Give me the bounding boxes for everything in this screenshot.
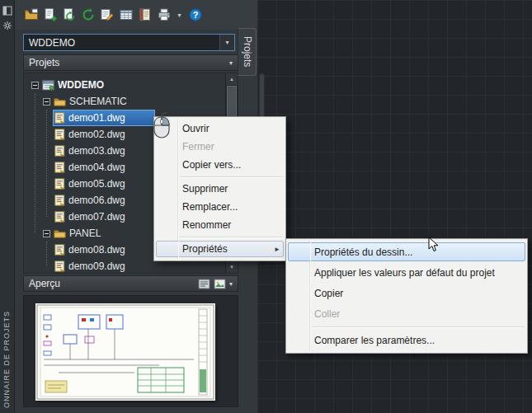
menu-item-copier-vers[interactable]: Copier vers... [154,156,285,174]
menu-item-comparer-les-parametres[interactable]: Comparer les paramètres... [286,330,527,350]
menu-item-label: Coller [314,308,340,320]
menu-item-label: Renommer [182,219,231,231]
tree-item-label: WDDEMO [58,79,104,91]
tree-item-label: demo03.dwg [68,145,125,157]
preview-section-header[interactable]: Aperçu ▾ [23,275,238,292]
tree-item-label: demo06.dwg [68,195,125,206]
preview-pane [23,295,238,407]
menu-item-proprietes[interactable]: Propriétés► [154,240,285,258]
palette-properties-icon[interactable] [2,19,12,29]
plot-icon[interactable] [155,7,172,24]
drawing-icon [54,195,65,206]
project-icon [42,80,54,91]
tree-item-label: demo05.dwg [68,178,125,190]
menu-item-label: Propriétés du dessin... [314,246,412,258]
scroll-up-icon[interactable]: ▲ [226,73,238,85]
drawing-icon [54,178,65,190]
preview-collapse-chevron-icon[interactable]: ▾ [229,280,233,288]
tree-item-label: demo04.dwg [68,162,125,173]
drawing-icon [54,162,65,173]
menu-separator [180,176,283,177]
project-combobox-value: WDDEMO [24,37,219,49]
drawing-icon [54,244,65,256]
update-project-icon[interactable] [79,7,97,24]
tree-item-schematic[interactable]: SCHEMATIC [25,93,224,110]
menu-item-label: Fermer [182,141,214,153]
scroll-down-icon[interactable]: ▼ [226,261,238,273]
properties-submenu: Propriétés du dessin...Appliquer les val… [285,238,528,354]
tree-item-label: SCHEMATIC [69,96,127,107]
menu-item-label: Copier vers... [182,159,241,171]
drawing-list-icon[interactable] [117,7,134,24]
drawing-icon [54,145,65,157]
canvas-scrollbar[interactable] [259,73,265,118]
drawing-icon [54,211,65,223]
menu-item-remplacer[interactable]: Remplacer... [154,198,285,216]
menu-item-label: Copier [314,288,343,299]
toolbar-overflow-icon[interactable]: ▾ [174,12,185,19]
refresh-drawing-icon[interactable] [60,7,78,24]
palette-tab-projets[interactable]: Projets [238,28,257,76]
tree-item-label: PANEL [69,228,101,239]
folder-icon [54,228,66,238]
tree-item-wddemo[interactable]: WDDEMO [25,77,224,93]
menu-separator [312,326,525,327]
menu-item-label: Appliquer les valeurs par défaut du proj… [314,267,495,279]
submenu-arrow-icon: ► [274,246,280,253]
menu-item-appliquer-les-valeurs-par-defaut-du-projet[interactable]: Appliquer les valeurs par défaut du proj… [286,262,527,283]
new-drawing-icon[interactable] [41,7,59,24]
project-manager-icon[interactable] [22,7,40,24]
palette-title-bar: ONNAIRE DE PROJETS [0,0,15,413]
projects-section-header[interactable]: Projets ▾ [23,54,238,71]
menu-item-coller: Coller [286,303,527,324]
mouse-icon [149,111,174,143]
menu-item-proprietes-du-dessin[interactable]: Propriétés du dessin... [286,242,527,262]
menu-separator [180,237,283,237]
tree-expand-toggle[interactable] [31,82,39,89]
cursor-arrow-icon [428,237,440,256]
menu-item-label: Comparer les paramètres... [314,335,435,346]
preview-section-label: Aperçu [29,278,60,289]
tree-expand-toggle[interactable] [43,230,50,237]
help-icon[interactable]: ? [186,7,204,24]
combobox-dropdown-icon[interactable]: ▾ [219,35,234,50]
autocad-project-manager-window: ONNAIRE DE PROJETS ▾? WDDEMO ▾ Projets ▾… [0,0,532,413]
preview-image-icon[interactable] [214,279,226,289]
menu-item-label: Remplacer... [182,201,238,213]
tree-item-label: demo09.dwg [68,260,125,272]
tree-item-label: demo02.dwg [68,129,125,140]
tree-item-label: demo01.dwg [68,112,125,124]
project-toolbar: ▾? [15,0,257,30]
palette-vertical-title: ONNAIRE DE PROJETS [2,311,11,408]
tree-item-label: demo07.dwg [68,211,125,223]
menu-item-label: Ouvrir [182,123,210,134]
menu-item-renommer[interactable]: Renommer [154,216,285,234]
menu-item-supprimer[interactable]: Supprimer [154,180,285,198]
tree-item-label: demo08.dwg [68,244,125,256]
drawing-icon [54,112,65,124]
svg-text:?: ? [192,10,198,20]
menu-item-label: Propriétés [182,243,228,255]
project-combobox[interactable]: WDDEMO ▾ [23,34,235,51]
tree-expand-toggle[interactable] [43,98,50,106]
catalog-icon[interactable] [136,7,153,24]
preview-details-icon[interactable] [198,279,210,289]
autohide-icon[interactable] [2,4,12,14]
drawing-icon [54,260,65,272]
projects-collapse-chevron-icon[interactable]: ▾ [229,59,233,67]
drawing-icon [54,129,65,140]
menu-item-copier[interactable]: Copier [286,283,527,303]
preview-thumbnail [35,303,215,401]
folder-icon [54,96,66,106]
menu-item-label: Supprimer [182,183,228,195]
project-properties-icon[interactable] [98,7,115,24]
projects-section-label: Projets [29,57,59,68]
